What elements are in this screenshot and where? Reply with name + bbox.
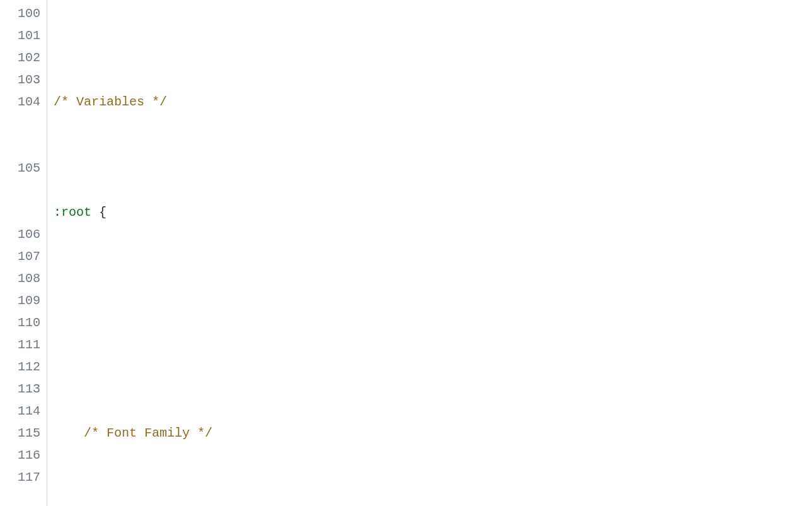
line-number-wrap	[0, 201, 47, 223]
line-number: 108	[0, 268, 47, 290]
comment: /* Font Family */	[84, 426, 212, 440]
selector-root: :root	[54, 205, 91, 220]
line-number: 100	[0, 3, 47, 25]
line-number: 113	[0, 378, 47, 400]
line-number: 115	[0, 422, 47, 444]
line-number-wrap	[0, 135, 47, 157]
line-number: 102	[0, 47, 47, 69]
code-editor: 1001011021031041051061071081091101111121…	[0, 0, 812, 506]
line-number: 110	[0, 312, 47, 334]
line-number: 112	[0, 356, 47, 378]
indent	[54, 426, 84, 440]
code-line: /* Font Family */	[54, 422, 812, 444]
code-line: /* Variables */	[54, 91, 812, 113]
line-number: 103	[0, 69, 47, 91]
line-number: 105	[0, 157, 47, 179]
comment: /* Variables */	[54, 95, 167, 109]
line-number-gutter: 1001011021031041051061071081091101111121…	[0, 0, 47, 506]
line-number: 104	[0, 91, 47, 113]
line-number-wrap	[0, 179, 47, 201]
line-number: 101	[0, 25, 47, 47]
brace-open: {	[91, 205, 107, 220]
line-number: 114	[0, 400, 47, 422]
code-line	[54, 312, 812, 334]
line-number: 117	[0, 466, 47, 488]
line-number: 107	[0, 245, 47, 268]
line-number: 109	[0, 290, 47, 312]
line-number: 116	[0, 444, 47, 466]
line-number: 111	[0, 334, 47, 356]
code-area[interactable]: /* Variables */ :root { /* Font Family *…	[47, 0, 812, 506]
line-number-wrap	[0, 113, 47, 135]
line-number: 106	[0, 223, 47, 245]
code-line: :root {	[54, 201, 812, 223]
